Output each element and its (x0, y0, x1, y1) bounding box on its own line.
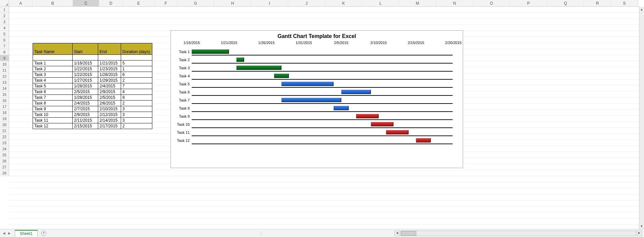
col-header-C[interactable]: C (73, 0, 99, 6)
col-header-R[interactable]: R (584, 0, 611, 6)
table-cell[interactable] (73, 55, 98, 61)
row-header-11[interactable]: 11 (0, 67, 9, 73)
table-cell[interactable]: 1/22/2015 (73, 66, 98, 72)
table-cell[interactable]: 1/29/2015 (98, 78, 121, 83)
table-cell[interactable]: 3 (121, 112, 152, 118)
table-cell[interactable]: 2/6/2015 (98, 101, 121, 106)
table-cell[interactable]: 8 (121, 95, 152, 101)
table-cell[interactable]: Task 3 (33, 72, 73, 78)
col-header-P[interactable]: P (510, 0, 547, 6)
horizontal-scrollbar[interactable]: ◄ ► (394, 231, 644, 236)
row-header-14[interactable]: 14 (0, 85, 9, 91)
table-cell[interactable]: 7 (121, 83, 152, 89)
table-cell[interactable]: 1/21/2015 (98, 61, 121, 66)
table-cell[interactable]: Task 5 (33, 83, 73, 89)
table-cell[interactable] (121, 55, 152, 61)
hscroll-track[interactable] (401, 231, 636, 236)
table-row[interactable]: Task 31/22/20151/28/20156 (33, 72, 152, 78)
table-cell[interactable] (98, 55, 121, 61)
col-header-E[interactable]: E (123, 0, 155, 6)
vertical-scrollbar[interactable]: ▲ ▼ (639, 7, 644, 229)
table-cell[interactable]: 2/5/2015 (73, 89, 98, 95)
table-row[interactable]: Task 62/5/20152/9/20154 (33, 89, 152, 95)
add-sheet-button[interactable]: + (41, 231, 46, 236)
table-cell[interactable]: Task 2 (33, 66, 73, 72)
table-row[interactable]: Task 51/28/20152/4/20157 (33, 83, 152, 89)
table-cell[interactable]: 2/10/2015 (98, 106, 121, 112)
table-cell[interactable]: Task 6 (33, 89, 73, 95)
row-header-16[interactable]: 16 (0, 97, 9, 104)
col-header-L[interactable]: L (362, 0, 399, 6)
row-header-4[interactable]: 4 (0, 25, 9, 31)
table-row[interactable]: Task 41/27/20151/29/20152 (33, 78, 152, 83)
row-header-23[interactable]: 23 (0, 140, 9, 146)
row-header-7[interactable]: 7 (0, 43, 9, 49)
row-header-18[interactable]: 18 (0, 110, 9, 116)
worksheet-grid[interactable]: Task NameStartEndDuration (days) Task 11… (9, 7, 639, 229)
col-header-M[interactable]: M (399, 0, 436, 6)
table-header[interactable]: Task Name (33, 43, 73, 55)
table-cell[interactable]: 1/28/2015 (73, 83, 98, 89)
row-header-6[interactable]: 6 (0, 37, 9, 43)
col-header-S[interactable]: S (611, 0, 638, 6)
row-header-24[interactable]: 24 (0, 146, 9, 152)
table-cell[interactable]: 2 (121, 101, 152, 106)
table-cell[interactable]: Task 8 (33, 101, 73, 106)
col-header-A[interactable]: A (9, 0, 33, 6)
col-header-Q[interactable]: Q (547, 0, 584, 6)
col-header-K[interactable]: K (325, 0, 362, 6)
table-cell[interactable]: 2/4/2015 (73, 101, 98, 106)
table-cell[interactable]: 2/5/2015 (98, 95, 121, 101)
col-header-H[interactable]: H (214, 0, 251, 6)
table-cell[interactable]: Task 12 (33, 123, 73, 129)
table-header[interactable]: Duration (days) (121, 43, 152, 55)
table-cell[interactable]: 4 (121, 89, 152, 95)
scroll-left-icon[interactable]: ◄ (394, 231, 400, 236)
col-header-O[interactable]: O (473, 0, 510, 6)
table-cell[interactable]: Task 1 (33, 61, 73, 66)
table-cell[interactable]: 2/17/2015 (98, 123, 121, 129)
tab-nav-buttons[interactable]: ◄ ► (0, 231, 13, 236)
table-cell[interactable]: Task 9 (33, 106, 73, 112)
row-header-12[interactable]: 12 (0, 73, 9, 79)
scroll-right-icon[interactable]: ► (637, 231, 642, 236)
row-header-17[interactable]: 17 (0, 104, 9, 110)
row-header-9[interactable]: 9 (0, 55, 9, 61)
table-row[interactable]: Task 11/16/20151/21/20155 (33, 61, 152, 66)
col-header-I[interactable]: I (251, 0, 288, 6)
table-cell[interactable]: 1/27/2015 (73, 78, 98, 83)
table-cell[interactable]: 2/7/2015 (73, 106, 98, 112)
table-cell[interactable]: 2/12/2015 (98, 112, 121, 118)
row-header-19[interactable]: 19 (0, 116, 9, 122)
task-table[interactable]: Task NameStartEndDuration (days) Task 11… (33, 43, 152, 129)
col-header-F[interactable]: F (155, 0, 177, 6)
row-header-3[interactable]: 3 (0, 19, 9, 25)
hscroll-thumb[interactable] (401, 231, 416, 236)
row-header-5[interactable]: 5 (0, 31, 9, 37)
table-cell[interactable]: 5 (121, 61, 152, 66)
row-header-25[interactable]: 25 (0, 152, 9, 158)
row-header-1[interactable]: 1 (0, 7, 9, 13)
table-row[interactable]: Task 102/9/20152/12/20153 (33, 112, 152, 118)
col-header-J[interactable]: J (288, 0, 325, 6)
table-cell[interactable]: 1 (121, 66, 152, 72)
table-row[interactable]: Task 21/22/20151/23/20151 (33, 66, 152, 72)
table-cell[interactable]: Task 10 (33, 112, 73, 118)
table-cell[interactable]: 2/9/2015 (73, 112, 98, 118)
table-row[interactable]: Task 71/28/20152/5/20158 (33, 95, 152, 101)
scroll-up-icon[interactable]: ▲ (639, 7, 644, 12)
row-header-10[interactable]: 10 (0, 61, 9, 67)
row-header-13[interactable]: 13 (0, 79, 9, 85)
table-cell[interactable]: 1/28/2015 (98, 72, 121, 78)
tab-split-grip[interactable]: ⋮ (259, 231, 263, 236)
row-header-28[interactable]: 28 (0, 170, 9, 176)
table-cell[interactable]: 2 (121, 123, 152, 129)
tab-next-icon[interactable]: ► (7, 231, 11, 236)
col-header-B[interactable]: B (33, 0, 73, 6)
table-cell[interactable]: 1/16/2015 (73, 61, 98, 66)
col-header-G[interactable]: G (177, 0, 214, 6)
tab-prev-icon[interactable]: ◄ (2, 231, 6, 236)
table-cell[interactable]: 3 (121, 106, 152, 112)
scroll-down-icon[interactable]: ▼ (639, 224, 644, 229)
table-cell[interactable]: 2/15/2015 (73, 123, 98, 129)
